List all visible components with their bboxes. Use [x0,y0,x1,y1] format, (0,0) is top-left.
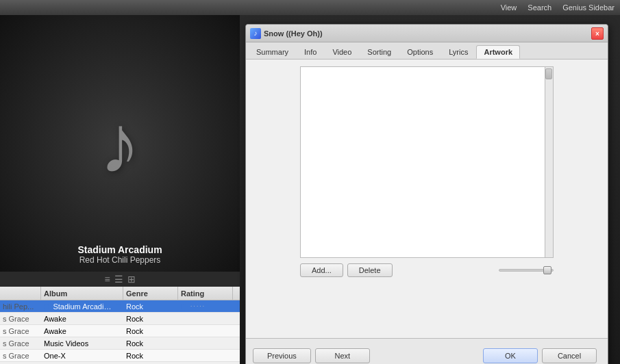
tab-summary[interactable]: Summary [249,45,296,59]
rating-indicator [181,304,186,309]
next-button[interactable]: Next [315,348,370,363]
dialog-footer: Previous Next OK Cancel [246,338,608,364]
artwork-scrollbar[interactable] [545,67,553,257]
td-name: s Grace [0,315,41,323]
dialog-app-icon: ♪ [250,28,261,39]
genius-sidebar-label[interactable]: Genius Sidebar [562,3,615,12]
size-slider[interactable] [499,269,554,272]
row-indicator [44,304,49,309]
td-genre: Rock [123,352,178,360]
track-info-dialog: ♪ Snow ((Hey Oh)) × Summary Info Video S… [245,24,608,364]
td-genre: Rock [123,315,178,323]
td-album: Awake [41,315,123,323]
artwork-buttons: Add... Delete [300,263,554,277]
td-rating: · · · · · [188,303,207,309]
th-rating: Rating [178,287,233,300]
tab-artwork[interactable]: Artwork [476,45,520,59]
controls-bar: ≡ ☰ ⊞ [0,272,240,287]
music-note-icon: ♪ [99,96,140,191]
td-name: hili Pep... [0,302,41,311]
dialog-title: Snow ((Hey Oh)) [264,29,323,38]
td-genre: Rock [123,339,178,348]
dialog-content: Add... Delete [246,60,608,333]
slider-thumb[interactable] [543,266,551,274]
td-album: Stadium Arcadium [50,302,114,311]
tab-info[interactable]: Info [297,45,324,59]
artwork-box [300,66,554,258]
album-art-area: ♪ Stadium Arcadium Red Hot Chili Peppers [0,15,240,272]
album-info: Stadium Arcadium Red Hot Chili Peppers [0,244,240,265]
scroll-thumb[interactable] [545,68,552,79]
table-row[interactable]: hili Pep... Stadium Arcadium Rock · · · … [0,300,240,313]
td-name: s Grace [0,352,41,360]
td-name: s Grace [0,327,41,335]
cancel-button[interactable]: Cancel [542,348,597,363]
album-artist: Red Hot Chili Peppers [0,255,240,265]
album-art-background: ♪ Stadium Arcadium Red Hot Chili Peppers [0,15,240,272]
ok-button[interactable]: OK [483,348,538,363]
equalizer-icon: ≡ [104,274,110,285]
album-title: Stadium Arcadium [0,244,240,255]
close-button[interactable]: × [591,27,604,40]
td-album: Awake [41,327,123,335]
tab-options[interactable]: Options [399,45,441,59]
grid-icon: ⊞ [127,274,136,285]
view-menu[interactable]: View [501,3,517,12]
table-row[interactable]: s Grace Awake Rock [0,325,240,337]
artwork-container: Add... Delete [253,66,601,326]
td-genre: Rock [123,302,178,311]
table-header: Album Genre Rating [0,287,240,300]
search-bar[interactable]: Search [528,3,551,12]
tab-lyrics[interactable]: Lyrics [441,45,475,59]
th-name [0,287,41,300]
td-name: s Grace [0,339,41,348]
top-bar: View Search Genius Sidebar [0,0,620,15]
delete-button[interactable]: Delete [347,263,393,277]
tab-sorting[interactable]: Sorting [360,45,399,59]
th-genre: Genre [123,287,178,300]
table-row[interactable]: s Grace Awake Rock [0,313,240,325]
td-album: Music Videos [41,339,123,348]
add-button[interactable]: Add... [300,263,343,277]
tab-video[interactable]: Video [325,45,359,59]
previous-button[interactable]: Previous [253,348,311,363]
size-slider-container [499,269,554,272]
td-genre: Rock [123,327,178,335]
table-row[interactable]: s Grace One-X Rock [0,350,240,362]
dialog-titlebar: ♪ Snow ((Hey Oh)) × [246,25,608,42]
table-row[interactable]: s Grace Music Videos Rock [0,337,240,350]
track-table: Album Genre Rating hili Pep... Stadium A… [0,287,240,364]
th-album: Album [41,287,123,300]
td-album: One-X [41,352,123,360]
dialog-tabs: Summary Info Video Sorting Options Lyric… [246,42,608,60]
list-icon: ☰ [114,274,123,285]
row-indicator-end [116,304,121,309]
